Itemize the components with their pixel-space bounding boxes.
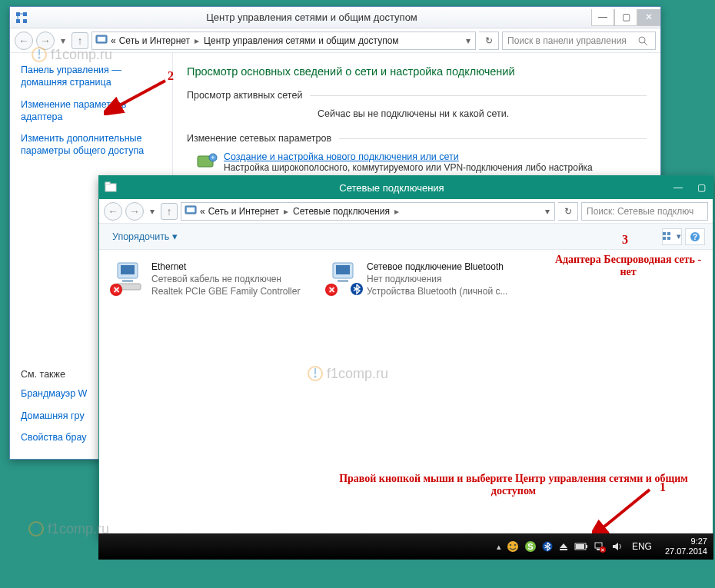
nav-history-dropdown[interactable]: ▾ — [58, 32, 68, 50]
network-connections-window: Сетевые подключения — ▢ ← → ▾ ↑ « Сеть и… — [98, 175, 713, 537]
help-button[interactable]: ? — [685, 228, 705, 245]
svg-rect-32 — [336, 265, 350, 274]
svg-rect-3 — [23, 19, 27, 23]
view-options-button[interactable]: ▾ — [662, 228, 682, 245]
tray-volume-icon[interactable] — [611, 541, 624, 552]
tray-language[interactable]: ENG — [632, 541, 652, 552]
annotation-number-3: 3 — [622, 233, 628, 247]
breadcrumb-dropdown[interactable]: ▾ — [544, 206, 551, 217]
bluetooth-adapter-icon: ✕ — [328, 261, 361, 293]
disconnected-badge-icon: ✕ — [110, 284, 122, 296]
system-tray: ▴ S ✕ ENG 9:27 27.07.2014 — [497, 537, 707, 556]
disconnected-badge-icon: ✕ — [325, 284, 338, 296]
breadcrumb-separator: ▸ — [282, 206, 290, 217]
refresh-button[interactable]: ↻ — [479, 32, 499, 50]
svg-point-42 — [507, 541, 518, 552]
adapter-item-bluetooth[interactable]: ✕ Сетевое подключение Bluetooth Нет подк… — [328, 261, 528, 298]
watermark: f1comp.ru — [28, 520, 109, 537]
titlebar[interactable]: Сетевые подключения — ▢ — [99, 176, 713, 199]
back-button[interactable]: ← — [104, 202, 122, 221]
up-button[interactable]: ↑ — [72, 32, 88, 49]
svg-rect-24 — [667, 237, 670, 240]
breadcrumb-part[interactable]: Сеть и Интернет — [208, 206, 279, 217]
minimize-button[interactable]: — — [667, 179, 690, 196]
svg-text:?: ? — [693, 233, 697, 241]
svg-rect-7 — [98, 37, 105, 42]
breadcrumb-bar[interactable]: « Сеть и Интернет ▸ Сетевые подключения … — [181, 202, 555, 221]
breadcrumb-part[interactable]: Сеть и Интернет — [119, 35, 190, 46]
annotation-arrow-2 — [104, 77, 173, 115]
svg-text:✕: ✕ — [600, 547, 605, 553]
maximize-button[interactable]: ▢ — [690, 179, 713, 196]
adapter-device: Realtek PCIe GBE Family Controller — [151, 285, 300, 297]
back-button[interactable]: ← — [15, 32, 33, 50]
watermark: f1comp.ru — [307, 365, 388, 382]
tray-expand-icon[interactable]: ▴ — [497, 542, 501, 552]
network-icon — [15, 12, 28, 24]
tray-time: 9:27 — [665, 537, 707, 546]
tray-clock[interactable]: 9:27 27.07.2014 — [665, 537, 707, 556]
svg-rect-20 — [187, 208, 195, 212]
titlebar[interactable]: Центр управления сетями и общим доступом… — [10, 7, 660, 28]
svg-rect-18 — [105, 182, 110, 184]
svg-line-38 — [600, 490, 650, 530]
tray-bluetooth-icon[interactable] — [542, 541, 553, 552]
new-connection-icon: + — [196, 151, 218, 175]
tray-battery-icon[interactable] — [574, 542, 588, 551]
minimize-button[interactable]: — — [591, 9, 614, 26]
tray-eject-icon[interactable] — [558, 541, 569, 552]
new-connection-desc: Настройка широкополосного, коммутируемог… — [224, 162, 593, 173]
command-bar: Упорядочить▾ ▾ ? — [99, 224, 713, 250]
adapter-item-ethernet[interactable]: ✕ Ethernet Сетевой кабель не подключен R… — [113, 261, 313, 298]
organize-button[interactable]: Упорядочить▾ — [107, 228, 183, 245]
control-panel-icon — [95, 33, 108, 48]
taskbar[interactable]: ▴ S ✕ ENG 9:27 27.07.2014 — [98, 533, 713, 560]
svg-rect-22 — [667, 232, 670, 235]
address-bar: ← → ▾ ↑ « Сеть и Интернет ▸ Центр управл… — [10, 28, 660, 53]
control-panel-icon — [185, 204, 197, 218]
tray-skype-icon[interactable]: S — [524, 540, 537, 553]
annotation-no-wireless: Адаптера Беспроводная сеть - нет — [551, 254, 705, 278]
svg-point-8 — [639, 37, 645, 43]
svg-rect-1 — [23, 12, 27, 16]
breadcrumb-bar[interactable]: « Сеть и Интернет ▸ Центр управления сет… — [91, 32, 476, 50]
breadcrumb-dropdown[interactable]: ▾ — [464, 35, 472, 46]
search-input[interactable]: Поиск: Сетевые подключ — [581, 202, 708, 221]
breadcrumb-prefix: « — [200, 206, 205, 217]
adapter-name: Ethernet — [151, 261, 300, 273]
nav-history-dropdown[interactable]: ▾ — [147, 202, 158, 221]
svg-text:+: + — [211, 154, 214, 161]
window-title: Центр управления сетями и общим доступом — [32, 12, 591, 23]
breadcrumb-separator: ▸ — [193, 35, 201, 46]
address-bar: ← → ▾ ↑ « Сеть и Интернет ▸ Сетевые подк… — [99, 199, 713, 224]
search-input[interactable]: Поиск в панели управления — [502, 32, 656, 50]
tray-network-icon[interactable]: ✕ — [594, 540, 606, 553]
close-button[interactable]: ✕ — [637, 9, 660, 26]
svg-rect-0 — [16, 12, 20, 16]
svg-line-13 — [115, 81, 165, 108]
adapter-status: Сетевой кабель не подключен — [151, 273, 300, 285]
breadcrumb-part[interactable]: Центр управления сетями и общим доступом — [204, 35, 399, 46]
svg-point-37 — [314, 376, 317, 378]
svg-rect-23 — [663, 237, 666, 240]
section-active-networks: Просмотр активных сетей — [187, 90, 302, 101]
breadcrumb-separator: ▸ — [393, 206, 401, 217]
window-buttons: — ▢ ✕ — [591, 9, 660, 26]
forward-button[interactable]: → — [125, 202, 144, 221]
breadcrumb-part[interactable]: Сетевые подключения — [293, 206, 390, 217]
search-placeholder: Поиск: Сетевые подключ — [587, 206, 693, 217]
svg-rect-51 — [576, 544, 584, 549]
svg-rect-28 — [121, 265, 135, 274]
svg-rect-33 — [338, 280, 348, 282]
svg-line-9 — [644, 42, 647, 45]
svg-point-41 — [35, 531, 38, 533]
up-button[interactable]: ↑ — [161, 203, 178, 220]
new-connection-link[interactable]: Создание и настройка нового подключения … — [224, 151, 593, 162]
forward-button[interactable]: → — [36, 32, 55, 50]
refresh-button[interactable]: ↻ — [558, 202, 578, 221]
svg-rect-29 — [122, 280, 133, 282]
maximize-button[interactable]: ▢ — [614, 9, 637, 26]
sidebar-sharing-link[interactable]: Изменить дополнительные параметры общего… — [21, 132, 163, 158]
tray-app-icon[interactable] — [507, 540, 519, 553]
ethernet-icon: ✕ — [113, 261, 145, 293]
